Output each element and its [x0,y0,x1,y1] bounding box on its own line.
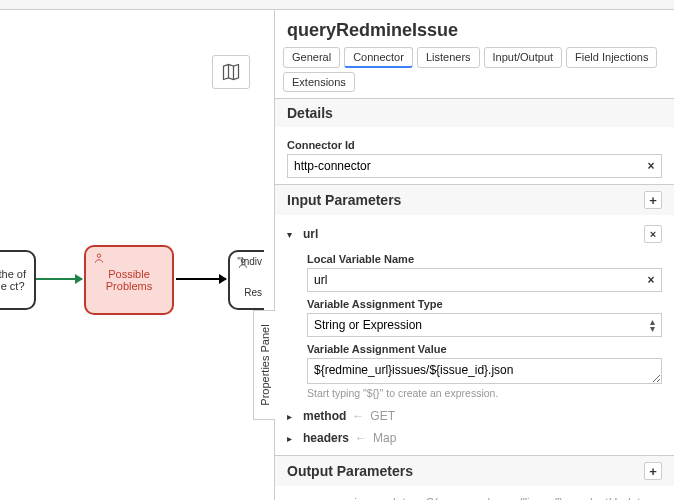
connector-id-field: × [287,154,662,178]
diagram-node[interactable]: s the of the ct? [0,250,36,310]
clear-icon[interactable]: × [641,159,661,173]
user-task-icon [92,251,106,265]
param-name: r. [303,496,310,500]
param-preview: Map [373,431,662,445]
map-icon [221,62,241,82]
tab-listeners[interactable]: Listeners [417,47,480,68]
sequence-flow[interactable] [36,278,82,280]
properties-panel-toggle[interactable]: Properties Panel [253,310,275,420]
param-row-headers[interactable]: ▸ headers ← Map [287,427,662,449]
var-assignment-type-select[interactable] [308,314,643,336]
chevron-down-icon[interactable]: ▾ [287,229,297,240]
properties-panel-label: Properties Panel [259,324,271,405]
section-details-header[interactable]: Details [275,98,674,127]
var-assignment-value-input[interactable] [308,359,661,383]
tab-general[interactable]: General [283,47,340,68]
clear-icon[interactable]: × [641,273,661,287]
local-var-name-input[interactable] [308,269,641,291]
param-row-url[interactable]: ▾ url × [287,221,662,247]
local-var-name-field: × [307,268,662,292]
section-input-params-body: ▾ url × Local Variable Name × Variable A… [275,215,674,455]
sequence-flow[interactable] [176,278,226,280]
arrow-left-icon: ← [352,409,364,423]
var-assignment-type-field: ▴▾ [307,313,662,337]
section-details-body: Connector Id × [275,127,674,184]
minimap-button[interactable] [212,55,250,89]
node-label: "Indiv [237,256,262,267]
tab-input-output[interactable]: Input/Output [484,47,563,68]
tab-extensions[interactable]: Extensions [283,72,355,92]
param-row-output[interactable]: ▸ r. ← var issue_data = S(response).prop… [287,492,662,500]
svg-point-0 [97,254,101,257]
properties-panel: Properties Panel queryRedmineIssue Gener… [274,10,674,500]
arrow-left-icon: ← [316,496,328,500]
tab-connector[interactable]: Connector [344,47,413,68]
section-title: Input Parameters [287,192,401,208]
node-label: s the of the ct? [0,268,30,292]
var-assignment-type-label: Variable Assignment Type [307,298,662,310]
connector-id-input[interactable] [288,155,641,177]
local-var-name-label: Local Variable Name [307,253,662,265]
app-toolbar [0,0,674,10]
param-name: url [303,227,318,241]
delete-param-button[interactable]: × [644,225,662,243]
node-label: Possible Problems [90,268,168,292]
param-url-details: Local Variable Name × Variable Assignmen… [287,253,662,405]
param-name: method [303,409,346,423]
section-output-params-header[interactable]: Output Parameters + [275,455,674,486]
param-name: headers [303,431,349,445]
var-assignment-value-field [307,358,662,384]
node-label: Res [244,287,262,298]
chevron-right-icon[interactable]: ▸ [287,411,297,422]
add-input-param-button[interactable]: + [644,191,662,209]
diagram-node-selected[interactable]: Possible Problems [84,245,174,315]
param-preview: var issue_data = S(response).prop("issue… [334,496,662,500]
select-arrows-icon: ▴▾ [643,318,661,332]
element-name-title: queryRedmineIssue [275,10,674,47]
param-preview: GET [370,409,662,423]
chevron-right-icon[interactable]: ▸ [287,433,297,444]
section-output-params-body: ▸ r. ← var issue_data = S(response).prop… [275,486,674,500]
arrow-left-icon: ← [355,431,367,445]
diagram-node[interactable]: "Indiv Res [228,250,264,310]
section-title: Output Parameters [287,463,413,479]
properties-tabs: General Connector Listeners Input/Output… [275,47,674,98]
var-assignment-value-label: Variable Assignment Value [307,343,662,355]
param-row-method[interactable]: ▸ method ← GET [287,405,662,427]
section-input-params-header[interactable]: Input Parameters + [275,184,674,215]
connector-id-label: Connector Id [287,139,662,151]
add-output-param-button[interactable]: + [644,462,662,480]
expression-hint: Start typing "${}" to create an expressi… [307,387,662,399]
section-title: Details [287,105,333,121]
tab-field-injections[interactable]: Field Injections [566,47,657,68]
